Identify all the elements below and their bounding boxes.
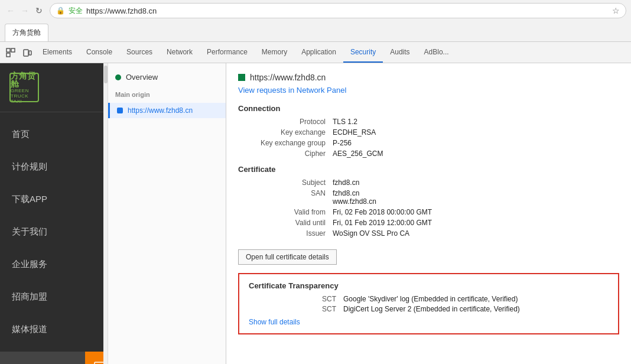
transparency-box: Certificate Transparency SCT Google 'Sky…: [238, 273, 619, 334]
scrollbar-thumb[interactable]: [104, 66, 108, 83]
certificate-info-table: Subject fzhd8.cn SAN fzhd8.cn www.fzhd8.…: [238, 178, 619, 238]
site-url: https://www.fzhd8.cn: [250, 73, 326, 82]
logo-text: 方角货舱: [11, 72, 38, 88]
tab-adblock[interactable]: AdBlo...: [417, 42, 456, 63]
tab-sources[interactable]: Sources: [119, 42, 160, 63]
transparency-title: Certificate Transparency: [249, 281, 609, 290]
address-bar[interactable]: 🔒 安全 https://www.fzhd8.cn ☆: [50, 3, 626, 18]
nav-item-app[interactable]: 下载APP: [0, 183, 103, 216]
site-secure-icon: [238, 74, 245, 81]
svg-rect-2: [6, 53, 10, 57]
svg-rect-0: [6, 48, 10, 52]
tab-security[interactable]: Security: [343, 42, 383, 63]
connection-info-table: Protocol TLS 1.2 Key exchange ECDHE_RSA …: [238, 118, 619, 158]
svg-rect-3: [24, 50, 28, 56]
bookmark-icon[interactable]: ☆: [612, 6, 620, 15]
url-text: https://www.fzhd8.cn: [86, 6, 609, 15]
nav-item-enterprise[interactable]: 企业服务: [0, 248, 103, 281]
san-values: fzhd8.cn www.fzhd8.cn: [333, 189, 619, 206]
origin-item[interactable]: https://www.fzhd8.cn: [108, 103, 226, 118]
phone-bar: ☎ 13241515205: [0, 352, 85, 364]
subject-value: fzhd8.cn: [333, 178, 619, 187]
nav-item-about[interactable]: 关于我们: [0, 216, 103, 248]
site-title-row: https://www.fzhd8.cn: [238, 73, 619, 82]
key-exchange-group-value: P-256: [333, 139, 619, 147]
valid-until-label: Valid until: [238, 219, 333, 227]
protocol-label: Protocol: [238, 118, 333, 126]
forward-button[interactable]: →: [19, 5, 31, 17]
show-details-link[interactable]: Show full details: [249, 318, 609, 326]
san-value2: www.fzhd8.cn: [333, 197, 619, 206]
overview-label: Overview: [126, 73, 158, 82]
subject-label: Subject: [238, 178, 333, 187]
nav-item-franchise[interactable]: 招商加盟: [0, 281, 103, 313]
san-value1: fzhd8.cn: [333, 189, 619, 197]
back-button[interactable]: ←: [5, 5, 17, 17]
view-network-link[interactable]: View requests in Network Panel: [238, 86, 619, 95]
nav-item-media[interactable]: 媒体报道: [0, 313, 103, 346]
tab-audits[interactable]: Audits: [383, 42, 417, 63]
origin-url: https://www.fzhd8.cn: [128, 106, 193, 115]
key-exchange-group-label: Key exchange group: [238, 139, 333, 147]
browser-tab[interactable]: 方角货舱: [5, 24, 48, 41]
inspect-icon[interactable]: [2, 42, 19, 63]
svg-rect-1: [11, 48, 15, 52]
nav-item-home[interactable]: 首页: [0, 118, 103, 151]
key-exchange-label: Key exchange: [238, 128, 333, 136]
device-icon[interactable]: [19, 42, 35, 63]
tab-application[interactable]: Application: [294, 42, 343, 63]
security-nav: Overview Main origin https://www.fzhd8.c…: [108, 63, 226, 364]
overview-status-icon: [115, 74, 121, 80]
issuer-label: Issuer: [238, 229, 333, 238]
cipher-value: AES_256_GCM: [333, 150, 619, 158]
security-main: https://www.fzhd8.cn View requests in Ne…: [226, 63, 631, 364]
website-sidebar: 方角货舱 GREEN TRUCK TAXI 首页 计价规则 下载APP 关于我们…: [0, 63, 103, 364]
refresh-button[interactable]: ↻: [33, 5, 45, 17]
logo-area: 方角货舱 GREEN TRUCK TAXI: [0, 63, 103, 112]
tab-performance[interactable]: Performance: [200, 42, 255, 63]
secure-label: 安全: [69, 6, 83, 16]
main-origin-header: Main origin: [108, 86, 226, 103]
svg-rect-4: [29, 51, 31, 55]
tab-elements[interactable]: Elements: [35, 42, 79, 63]
san-label: SAN: [238, 189, 333, 206]
sct1-value: Google 'Skydiver' log (Embedded in certi…: [343, 295, 609, 303]
valid-from-label: Valid from: [238, 208, 333, 216]
certificate-section-title: Certificate: [238, 165, 619, 174]
sct-table: SCT Google 'Skydiver' log (Embedded in c…: [249, 295, 609, 313]
sct2-label: SCT: [249, 305, 343, 313]
open-cert-button[interactable]: Open full certificate details: [238, 249, 337, 265]
overview-item[interactable]: Overview: [108, 68, 226, 86]
nav-menu: 首页 计价规则 下载APP 关于我们 企业服务 招商加盟 媒体报道: [0, 112, 103, 352]
logo-subtitle: GREEN TRUCK TAXI: [11, 88, 38, 104]
valid-until-value: Fri, 01 Feb 2019 12:00:00 GMT: [333, 219, 619, 227]
connection-section-title: Connection: [238, 104, 619, 113]
cipher-label: Cipher: [238, 150, 333, 158]
tab-console[interactable]: Console: [79, 42, 119, 63]
origin-icon: [117, 108, 123, 113]
sct2-value: DigiCert Log Server 2 (Embedded in certi…: [343, 305, 609, 313]
logo-box: 方角货舱 GREEN TRUCK TAXI: [9, 73, 39, 102]
key-exchange-value: ECDHE_RSA: [333, 128, 619, 136]
protocol-value: TLS 1.2: [333, 118, 619, 126]
sct1-label: SCT: [249, 295, 343, 303]
valid-from-value: Fri, 02 Feb 2018 00:00:00 GMT: [333, 208, 619, 216]
nav-item-pricing[interactable]: 计价规则: [0, 151, 103, 183]
tab-memory[interactable]: Memory: [255, 42, 294, 63]
issuer-value: WoSign OV SSL Pro CA: [333, 229, 619, 238]
tab-network[interactable]: Network: [160, 42, 200, 63]
secure-icon: 🔒: [56, 6, 65, 15]
